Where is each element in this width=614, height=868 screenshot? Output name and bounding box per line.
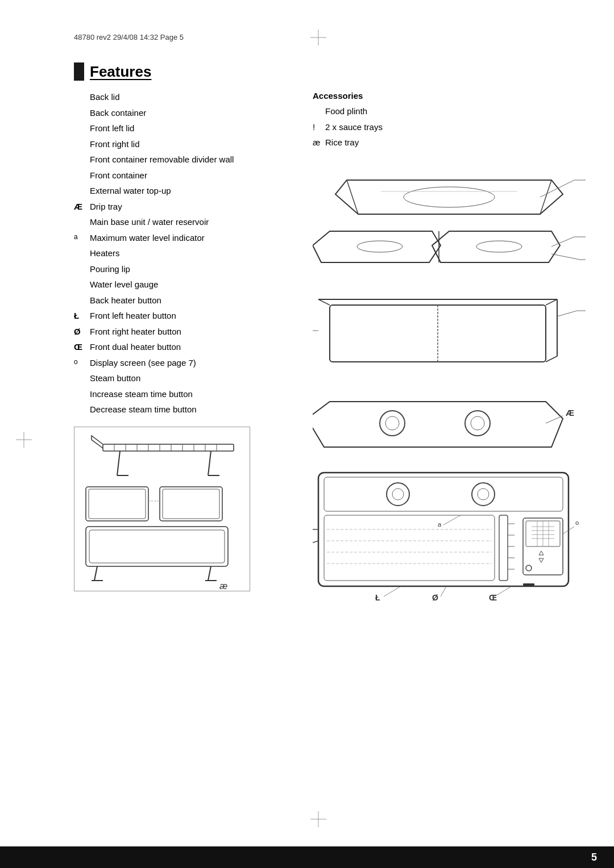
svg-text:a: a [438, 521, 442, 528]
accessories-title: Accessories [313, 91, 586, 101]
svg-line-59 [546, 416, 563, 423]
list-item-water-level: aMaximum water level indicator [74, 232, 290, 245]
svg-text:æ: æ [219, 581, 227, 591]
svg-point-33 [404, 187, 495, 207]
list-item: Heaters [74, 247, 290, 260]
svg-rect-89 [523, 583, 534, 586]
crosshair-bottom [310, 811, 326, 827]
list-item: Back container [74, 107, 290, 120]
list-item-front-dual-heater: ŒFront dual heater button [74, 341, 290, 354]
page-header: 48780 rev2 29/4/08 14:32 Page 5 [74, 33, 184, 41]
crosshair-left [16, 432, 32, 448]
svg-point-37 [357, 241, 403, 252]
svg-rect-23 [160, 487, 222, 521]
list-item: Water level gauge [74, 278, 290, 291]
svg-rect-26 [86, 527, 228, 566]
accessories-list: Food plinth ! 2 x sauce trays æ Rice tra… [313, 105, 586, 149]
svg-line-40 [551, 237, 574, 247]
svg-point-65 [478, 489, 489, 500]
list-item: Back lid [74, 91, 290, 104]
list-item-drip-tray: ÆDrip tray [74, 201, 290, 214]
crosshair-top [310, 30, 326, 45]
accessories-section: Accessories Food plinth ! 2 x sauce tray… [313, 91, 586, 149]
left-column: Back lid Back container Front left lid F… [74, 91, 290, 680]
list-item: External water top-up [74, 185, 290, 198]
svg-marker-87 [539, 558, 544, 562]
svg-line-28 [94, 566, 97, 581]
svg-rect-24 [163, 489, 219, 519]
svg-point-38 [476, 241, 522, 252]
list-item: Front left lid [74, 122, 290, 135]
list-item: Pouring lip [74, 263, 290, 276]
list-item: Steam button [74, 372, 290, 385]
svg-rect-61 [324, 477, 563, 511]
accessory-item-sauce-trays: ! 2 x sauce trays [313, 121, 586, 134]
svg-point-64 [472, 483, 495, 506]
svg-line-35 [540, 180, 574, 197]
svg-point-56 [465, 411, 490, 436]
list-item: Main base unit / water reservoir [74, 216, 290, 229]
svg-line-91 [443, 515, 460, 525]
svg-line-97 [384, 586, 401, 596]
svg-line-18 [208, 451, 211, 475]
svg-line-49 [546, 356, 557, 362]
svg-line-98 [441, 586, 446, 596]
list-item-display: oDisplay screen (see page 7) [74, 357, 290, 370]
list-item: Increase steam time button [74, 388, 290, 401]
list-item-front-left-heater: ŁFront left heater button [74, 310, 290, 323]
svg-rect-6 [103, 444, 234, 451]
svg-rect-22 [89, 489, 146, 519]
accessory-item-rice-tray: æ Rice tray [313, 136, 586, 149]
svg-line-46 [546, 299, 557, 305]
page-number: 5 [591, 852, 597, 863]
svg-text:Œ: Œ [489, 593, 497, 602]
features-heading: Features [90, 63, 151, 81]
svg-point-88 [526, 565, 532, 571]
svg-point-54 [380, 411, 405, 436]
right-column: Accessories Food plinth ! 2 x sauce tray… [313, 91, 586, 680]
left-illustration: æ [74, 427, 250, 591]
svg-text:Ł: Ł [375, 593, 380, 602]
svg-line-17 [117, 451, 120, 475]
list-item: Front container removable divider wall [74, 153, 290, 166]
svg-line-42 [551, 254, 580, 260]
svg-point-57 [471, 416, 484, 430]
list-item: Front right lid [74, 138, 290, 151]
page-content: Features Back lid Back container Front l… [74, 62, 580, 811]
list-item-front-right-heater: ØFront right heater button [74, 326, 290, 339]
header-text: 48780 rev2 29/4/08 14:32 Page 5 [74, 33, 184, 41]
main-layout: Back lid Back container Front left lid F… [74, 91, 580, 680]
list-item: Decrease steam time button [74, 403, 290, 416]
svg-marker-86 [539, 551, 544, 555]
product-diagrams: Æ [313, 157, 586, 680]
title-bar-decoration [74, 62, 84, 81]
svg-rect-21 [86, 487, 148, 521]
svg-text:Ø: Ø [432, 593, 438, 602]
svg-rect-27 [89, 530, 225, 563]
svg-line-99 [495, 586, 512, 596]
svg-rect-71 [499, 515, 508, 581]
svg-line-29 [208, 566, 211, 581]
svg-point-55 [385, 416, 399, 430]
svg-line-45 [318, 299, 330, 305]
svg-point-63 [392, 489, 404, 500]
list-item-back-heater: Back heater button [74, 294, 290, 307]
svg-line-52 [557, 311, 577, 316]
bottom-bar: 5 [0, 846, 614, 868]
features-list: Back lid Back container Front left lid F… [74, 91, 290, 416]
svg-point-62 [387, 483, 409, 506]
svg-text:o: o [575, 519, 579, 526]
svg-text:Æ: Æ [566, 408, 574, 418]
accessory-item-food-plinth: Food plinth [313, 105, 586, 118]
section-title: Features [74, 62, 580, 81]
svg-rect-66 [324, 515, 495, 581]
list-item: Front container [74, 169, 290, 182]
